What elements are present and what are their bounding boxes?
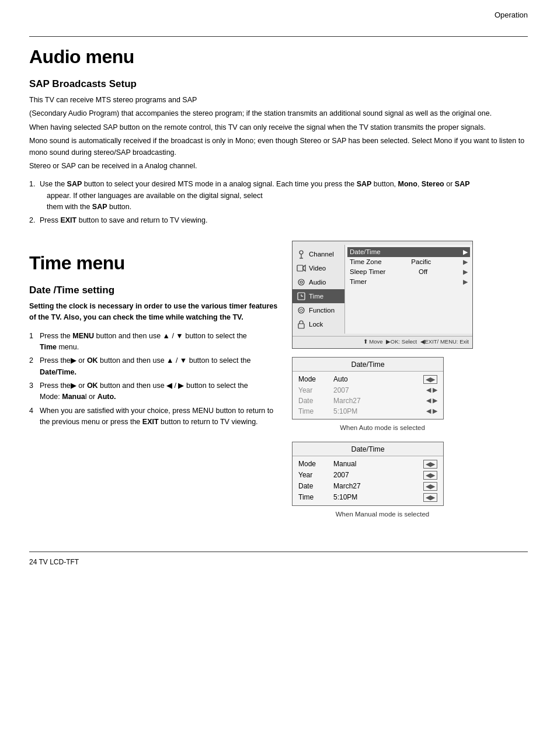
tv-menu-item-lock: Lock — [293, 317, 344, 331]
time-step-1: 1 Press the MENU button and then use ▲ /… — [29, 331, 280, 353]
datetime-manual-title: Date/Time — [293, 442, 443, 456]
datetime-auto-mode-label: Mode — [298, 375, 333, 383]
svg-point-5 — [298, 279, 304, 285]
datetime-auto-year-arrows: ◀ ▶ — [426, 386, 437, 394]
datetime-auto-time-arrows: ◀ ▶ — [426, 407, 437, 415]
datetime-manual-year-row: Year 2007 ◀▶ — [293, 470, 443, 481]
datetime-auto-mode-value: Auto — [333, 375, 423, 383]
datetime-auto-date-arrows: ◀ ▶ — [426, 397, 437, 404]
audio-icon — [296, 277, 307, 287]
datetime-manual-date-row: Date March27 ◀▶ — [293, 481, 443, 492]
tv-right-datetime: Date/Time ▶ — [347, 247, 470, 257]
sap-para-4: Mono sound is automatically received if … — [29, 136, 528, 158]
sap-para-2: (Secondary Audio Program) that accompani… — [29, 108, 528, 119]
time-menu-right: Channel Video Audio — [292, 241, 473, 528]
operation-label: Operation — [495, 11, 528, 19]
datetime-manual-year-value: 2007 — [333, 471, 423, 479]
datetime-manual-year-arrows: ◀▶ — [423, 471, 437, 480]
lock-icon — [296, 319, 307, 330]
datetime-section-title: Date /Time setting — [29, 285, 280, 296]
datetime-manual-date-arrows: ◀▶ — [423, 482, 437, 491]
datetime-auto-year-value: 2007 — [333, 386, 426, 394]
time-menu-title: Time menu — [29, 252, 280, 274]
datetime-auto-year-row: Year 2007 ◀ ▶ — [293, 385, 443, 396]
svg-point-0 — [300, 251, 303, 254]
datetime-auto-mode-row: Mode Auto ◀▶ — [293, 374, 443, 385]
svg-rect-3 — [297, 265, 303, 271]
antenna-icon — [296, 249, 307, 259]
tv-right-timezone-arrow: ▶ — [463, 258, 468, 266]
datetime-auto-date-value: March27 — [333, 397, 426, 405]
sap-section-title: SAP Broadcasts Setup — [29, 78, 528, 90]
tv-menu-item-audio: Audio — [293, 275, 344, 289]
datetime-auto-year-label: Year — [298, 386, 333, 394]
tv-menu-video-label: Video — [309, 265, 326, 272]
datetime-auto-table: Date/Time Mode Auto ◀▶ Year 2007 ◀ ▶ Dat… — [292, 357, 444, 419]
tv-menu-time-label: Time — [309, 293, 323, 300]
time-icon — [296, 291, 307, 301]
tv-menu-left-col: Channel Video Audio — [293, 245, 345, 334]
datetime-manual-caption: When Manual mode is selected — [292, 511, 473, 518]
datetime-bold-intro: Setting the clock is necessary in order … — [29, 301, 280, 324]
tv-right-timer-arrow: ▶ — [463, 278, 468, 286]
sap-steps: 1. Use the SAP button to select your des… — [29, 179, 528, 227]
tv-right-timezone-value: Pacific — [411, 258, 431, 265]
datetime-auto-caption: When Auto mode is selected — [292, 424, 473, 431]
tv-right-sleep-value: Off — [419, 268, 427, 275]
tv-menu-item-function: Function — [293, 303, 344, 317]
sap-step-1: 1. Use the SAP button to select your des… — [29, 179, 528, 213]
tv-menu-right-col: Date/Time ▶ Time Zone Pacific ▶ Sleep Ti… — [345, 245, 472, 334]
datetime-manual-mode-label: Mode — [298, 460, 333, 468]
time-step-4: 4 When you are satisfied with your choic… — [29, 405, 280, 428]
tv-right-datetime-arrow: ▶ — [463, 248, 468, 256]
datetime-manual-year-label: Year — [298, 471, 333, 479]
time-menu-section: Time menu Date /Time setting Setting the… — [29, 247, 528, 528]
video-icon — [296, 263, 307, 273]
tv-right-timezone-label: Time Zone — [350, 258, 382, 265]
sap-para-1: This TV can receive MTS stereo programs … — [29, 95, 528, 106]
audio-menu-title: Audio menu — [29, 46, 528, 68]
datetime-manual-time-row: Time 5:10PM ◀▶ — [293, 492, 443, 503]
datetime-manual-mode-value: Manual — [333, 460, 423, 468]
datetime-auto-title: Date/Time — [293, 358, 443, 372]
datetime-manual-mode-arrows: ◀▶ — [423, 460, 437, 469]
time-step-3: 3 Press the▶ or OK button and then use ◀… — [29, 380, 280, 403]
tv-right-sleep: Sleep Timer Off ▶ — [350, 267, 468, 277]
datetime-auto-mode-arrows: ◀▶ — [423, 375, 437, 384]
datetime-manual-table: Date/Time Mode Manual ◀▶ Year 2007 ◀▶ Da… — [292, 442, 444, 506]
tv-menu-item-video: Video — [293, 261, 344, 275]
tv-right-timer: Timer ▶ — [350, 277, 468, 287]
datetime-auto-time-value: 5:10PM — [333, 407, 426, 415]
tv-menu-status-bar: ⬆ Move ▶OK: Select ◀EXIT/ MENU: Exit — [293, 336, 472, 345]
time-steps: 1 Press the MENU button and then use ▲ /… — [29, 331, 280, 428]
tv-menu-lock-label: Lock — [309, 321, 323, 328]
tv-menu-item-channel: Channel — [293, 247, 344, 261]
tv-menu-ui: Channel Video Audio — [292, 241, 473, 349]
sap-step-2: 2. Press EXIT button to save and return … — [29, 215, 528, 226]
function-icon — [296, 305, 307, 315]
tv-right-timezone: Time Zone Pacific ▶ — [350, 257, 468, 267]
datetime-auto-date-label: Date — [298, 397, 333, 405]
tv-right-sleep-arrow: ▶ — [463, 268, 468, 276]
datetime-manual-time-label: Time — [298, 493, 333, 501]
time-menu-left: Time menu Date /Time setting Setting the… — [29, 247, 280, 431]
time-step-2: 2 Press the▶ or OK button and then use ▲… — [29, 355, 280, 378]
tv-menu-inner: Channel Video Audio — [293, 245, 472, 334]
tv-right-sleep-label: Sleep Timer — [350, 268, 385, 275]
datetime-auto-time-row: Time 5:10PM ◀ ▶ — [293, 406, 443, 417]
datetime-manual-date-label: Date — [298, 482, 333, 490]
tv-right-timer-label: Timer — [350, 278, 367, 285]
tv-menu-channel-label: Channel — [309, 251, 334, 258]
datetime-manual-time-value: 5:10PM — [333, 493, 423, 501]
tv-menu-item-time: Time — [293, 289, 344, 303]
sap-para-3: When having selected SAP button on the r… — [29, 122, 528, 133]
datetime-auto-time-label: Time — [298, 407, 333, 415]
tv-right-datetime-label: Date/Time — [350, 248, 381, 255]
tv-menu-function-label: Function — [309, 307, 335, 314]
tv-menu-audio-label: Audio — [309, 279, 326, 286]
datetime-manual-mode-row: Mode Manual ◀▶ — [293, 459, 443, 470]
svg-point-6 — [300, 281, 302, 283]
sap-para-5: Stereo or SAP can be received in a Analo… — [29, 161, 528, 172]
datetime-manual-date-value: March27 — [333, 482, 423, 490]
datetime-auto-date-row: Date March27 ◀ ▶ — [293, 396, 443, 406]
